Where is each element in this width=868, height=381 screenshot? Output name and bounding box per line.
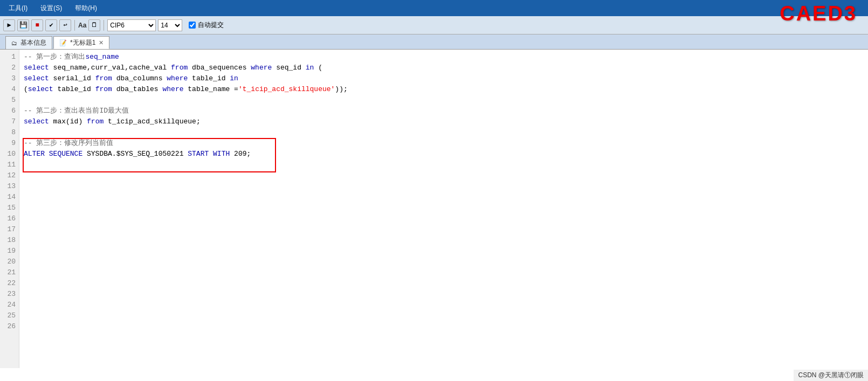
auto-submit-label: 自动提交 [198,20,224,30]
line-numbers: 1 2 3 4 5 6 7 8 9 10 11 12 13 14 15 16 1… [0,50,19,368]
line-num-9: 9 [0,138,19,149]
code-line-3: select serial_id from dba_columns where … [24,73,864,84]
line-num-14: 14 [0,192,19,203]
logo-text: CAED3 [780,2,857,25]
auto-submit-area: 自动提交 [189,20,224,30]
code-line-5 [24,95,864,106]
code-editor[interactable]: -- 第一步：查询出seq_name select seq_name,curr_… [19,50,868,368]
line-num-17: 17 [0,224,19,235]
code-line-24 [24,300,864,310]
line-num-10: 10 [0,149,19,160]
tab-close-button[interactable]: ✕ [99,39,104,46]
line-num-15: 15 [0,203,19,213]
code-line-9: -- 第三步：修改序列当前值 [24,138,864,149]
tab-basic-info[interactable]: 🗂 基本信息 [5,36,52,49]
line-num-20: 20 [0,257,19,267]
code-line-10: ALTER SEQUENCE SYSDBA.$SYS_SEQ_1050221 S… [24,149,864,160]
commit-button[interactable]: ✔ [45,19,57,31]
code-line-23 [24,289,864,300]
line-num-16: 16 [0,213,19,224]
code-line-8 [24,127,864,138]
editor-main: 1 2 3 4 5 6 7 8 9 10 11 12 13 14 15 16 1… [0,50,868,368]
line-num-22: 22 [0,278,19,289]
code-line-19 [24,246,864,257]
tab-untitled-label: *无标题1 [70,38,95,47]
menu-settings[interactable]: 设置(S) [36,3,66,14]
status-bar: CSDN @天黑请①闭眼 [794,370,868,381]
line-num-3: 3 [0,73,19,84]
tab-bar: 🗂 基本信息 📝 *无标题1 ✕ [0,34,868,50]
code-line-4: (select table_id from dba_tables where t… [24,84,864,95]
code-line-11 [24,160,864,170]
code-line-1: -- 第一步：查询出seq_name [24,52,864,63]
code-line-20 [24,257,864,267]
stop-button[interactable]: ■ [31,19,43,31]
line-num-25: 25 [0,310,19,321]
line-num-23: 23 [0,289,19,300]
tab-untitled1[interactable]: 📝 *无标题1 ✕ [53,36,109,49]
code-line-15 [24,203,864,213]
code-line-14 [24,192,864,203]
font-selector[interactable]: CIP6 [107,19,156,31]
code-line-12 [24,170,864,181]
format-button[interactable]: 🗒 [88,19,100,31]
toolbar: ▶ 💾 ■ ✔ ↩ Aa 🗒 CIP6 14 自动提交 [0,16,868,34]
line-num-6: 6 [0,106,19,116]
tab-untitled-icon: 📝 [59,39,67,46]
line-num-2: 2 [0,63,19,73]
line-num-13: 13 [0,181,19,192]
line-num-19: 19 [0,246,19,257]
line-num-12: 12 [0,170,19,181]
tab-basic-label: 基本信息 [20,38,46,47]
auto-submit-checkbox[interactable] [189,22,196,29]
menu-help[interactable]: 帮助(H) [71,3,101,14]
app-logo: CAED3 [780,2,857,25]
rollback-button[interactable]: ↩ [59,19,71,31]
code-line-6: -- 第二步：查出表当前ID最大值 [24,106,864,116]
code-line-21 [24,267,864,278]
line-num-7: 7 [0,116,19,127]
code-line-22 [24,278,864,289]
line-num-1: 1 [0,52,19,63]
code-line-13 [24,181,864,192]
line-num-8: 8 [0,127,19,138]
line-num-26: 26 [0,321,19,332]
code-line-2: select seq_name,curr_val,cache_val from … [24,63,864,73]
code-line-26 [24,321,864,332]
line-num-11: 11 [0,160,19,170]
line-num-18: 18 [0,235,19,246]
line-num-24: 24 [0,300,19,310]
line-num-21: 21 [0,267,19,278]
font-label: Aa [78,22,86,29]
status-text: CSDN @天黑请①闭眼 [798,371,864,379]
line-num-5: 5 [0,95,19,106]
toolbar-separator-2 [104,20,104,31]
code-line-7: select max(id) from t_icip_acd_skillqueu… [24,116,864,127]
code-line-18 [24,235,864,246]
code-line-17 [24,224,864,235]
toolbar-separator-1 [74,20,75,31]
title-bar: 工具(I) 设置(S) 帮助(H) CAED3 [0,0,868,16]
tab-basic-icon: 🗂 [11,40,17,46]
code-line-25 [24,310,864,321]
menu-tool[interactable]: 工具(I) [4,3,32,14]
line-num-4: 4 [0,84,19,95]
save-button[interactable]: 💾 [17,19,29,31]
code-line-16 [24,213,864,224]
size-selector[interactable]: 14 [158,19,182,31]
run-button[interactable]: ▶ [3,19,15,31]
